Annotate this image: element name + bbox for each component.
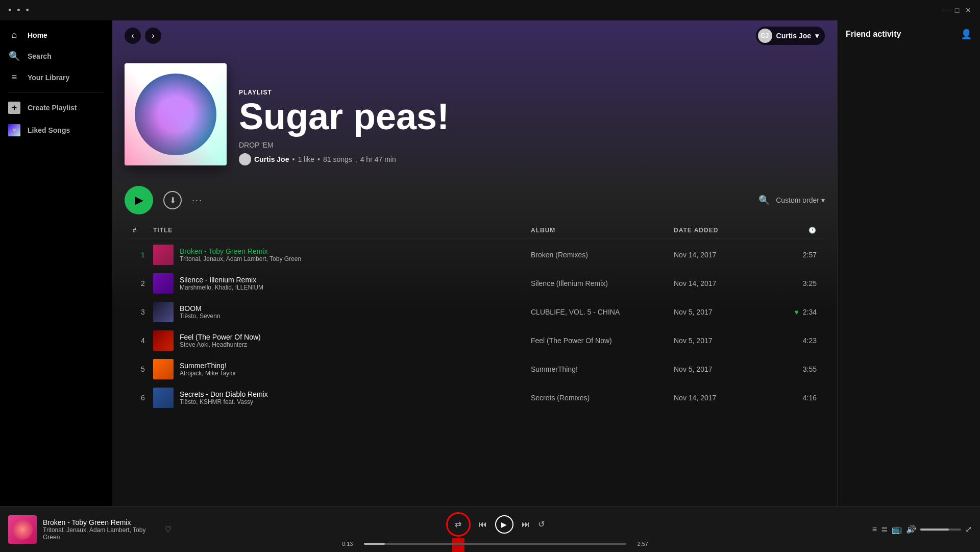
track-row[interactable]: 2 Silence - Illenium Remix Marshmello, K… — [125, 269, 825, 298]
playlist-meta: Curtis Joe • 1 like • 81 songs , 4 hr 47… — [239, 153, 825, 165]
owner-avatar — [239, 153, 251, 165]
track-row[interactable]: 3 BOOM Tiësto, Sevenn CLUBLIFE, VOL. 5 -… — [125, 298, 825, 326]
track-info: Silence - Illenium Remix Marshmello, Kha… — [153, 273, 531, 294]
track-artist: Marshmello, Khalid, ILLENIUM — [180, 284, 263, 291]
shuffle-highlighted: ⇄ — [446, 512, 471, 537]
liked-songs-icon: ♥ — [8, 124, 20, 136]
library-icon: ≡ — [8, 72, 20, 83]
sidebar-home-label: Home — [28, 31, 47, 39]
playlist-description: DROP 'EM — [239, 141, 825, 149]
track-name: Silence - Illenium Remix — [180, 276, 263, 284]
close-button[interactable]: ✕ — [965, 7, 972, 14]
repeat-button[interactable]: ↺ — [538, 519, 545, 529]
search-icon: 🔍 — [758, 195, 770, 205]
track-album: Secrets (Remixes) — [531, 394, 674, 402]
owner-name[interactable]: Curtis Joe — [254, 155, 289, 163]
track-date: Nov 5, 2017 — [674, 337, 776, 345]
top-bar: • • • — □ ✕ — [0, 0, 980, 20]
next-icon: ⏭ — [522, 520, 530, 529]
now-playing-thumbnail — [8, 515, 37, 544]
more-options-button[interactable]: ··· — [192, 195, 203, 206]
cover-art — [125, 63, 227, 165]
total-time: 2:57 — [630, 541, 648, 547]
sort-order-button[interactable]: Custom order ▾ — [776, 196, 825, 204]
sidebar-create-playlist[interactable]: + Create Playlist — [0, 97, 112, 119]
forward-button[interactable]: › — [145, 28, 161, 44]
meta-dot-3: , — [355, 155, 357, 163]
play-pause-icon: ▶ — [501, 520, 507, 529]
track-number: 4 — [133, 337, 153, 345]
play-button[interactable]: ▶ — [125, 186, 153, 214]
previous-button[interactable]: ⏮ — [479, 520, 487, 529]
maximize-button[interactable]: □ — [953, 7, 961, 14]
track-name: Broken - Toby Green Remix — [180, 247, 301, 255]
avatar: CJ — [758, 29, 772, 43]
track-row[interactable]: 4 Feel (The Power Of Now) Steve Aoki, He… — [125, 326, 825, 355]
playlist-header: PLAYLIST Sugar peas! DROP 'EM Curtis Joe… — [112, 51, 837, 178]
track-name: SummerThing! — [180, 362, 236, 370]
like-track-button[interactable]: ♡ — [164, 524, 172, 534]
track-duration: 2:57 — [776, 251, 817, 259]
user-name: Curtis Joe — [776, 32, 811, 40]
track-duration: ♥ 2:34 — [776, 308, 817, 316]
search-icon: 🔍 — [8, 51, 20, 62]
sidebar-liked-songs[interactable]: ♥ Liked Songs — [0, 119, 112, 141]
sort-chevron-icon: ▾ — [821, 196, 825, 204]
track-row[interactable]: 5 SummerThing! Afrojack, Mike Taylor Sum… — [125, 355, 825, 383]
nav-arrows: ‹ › — [125, 28, 161, 44]
now-playing-right: ≡ ≣ 📺 🔊 ⤢ — [819, 524, 972, 534]
track-date: Nov 5, 2017 — [674, 365, 776, 373]
track-album: Feel (The Power Of Now) — [531, 337, 674, 345]
next-button[interactable]: ⏭ — [522, 520, 530, 529]
window-controls: — □ ✕ — [942, 7, 972, 14]
user-menu-button[interactable]: CJ Curtis Joe ▾ — [756, 27, 825, 45]
now-playing-artist: Tritonal, Jenaux, Adam Lambert, Toby Gre… — [43, 526, 158, 541]
window-menu[interactable]: • • • — [8, 5, 31, 16]
track-date: Nov 5, 2017 — [674, 308, 776, 316]
track-album: CLUBLIFE, VOL. 5 - CHINA — [531, 308, 674, 316]
friend-activity-panel: Friend activity 👤 — [837, 20, 980, 506]
queue-button[interactable]: ≣ — [881, 524, 888, 534]
track-row[interactable]: 1 Broken - Toby Green Remix Tritonal, Je… — [125, 241, 825, 269]
chevron-down-icon: ▾ — [815, 32, 819, 40]
search-tracks-button[interactable]: 🔍 — [758, 195, 770, 206]
download-button[interactable]: ⬇ — [163, 191, 182, 209]
progress-bar-container: 0:13 2:57 — [342, 541, 648, 547]
header-title: TITLE — [153, 227, 531, 234]
track-date: Nov 14, 2017 — [674, 251, 776, 259]
track-thumbnail — [153, 245, 174, 265]
sidebar-item-library[interactable]: ≡ Your Library — [0, 67, 112, 88]
playlist-controls: ▶ ⬇ ··· 🔍 Custom order ▾ — [112, 178, 837, 223]
lyrics-button[interactable]: ≡ — [872, 525, 877, 534]
track-number: 2 — [133, 279, 153, 287]
previous-icon: ⏮ — [479, 520, 487, 529]
shuffle-area: ⇄ — [446, 512, 471, 537]
track-info: Broken - Toby Green Remix Tritonal, Jena… — [153, 245, 531, 265]
sidebar-item-search[interactable]: 🔍 Search — [0, 45, 112, 67]
back-button[interactable]: ‹ — [125, 28, 141, 44]
friend-icon: 👤 — [961, 29, 972, 40]
shuffle-button[interactable]: ⇄ — [455, 519, 461, 529]
create-playlist-label: Create Playlist — [28, 104, 77, 112]
repeat-icon: ↺ — [538, 520, 545, 529]
progress-track[interactable] — [364, 543, 626, 545]
track-date: Nov 14, 2017 — [674, 394, 776, 402]
now-playing-bar: Broken - Toby Green Remix Tritonal, Jena… — [0, 506, 980, 552]
track-thumbnail — [153, 388, 174, 408]
play-pause-button[interactable]: ▶ — [495, 515, 513, 534]
fullscreen-button[interactable]: ⤢ — [965, 524, 972, 534]
liked-songs-label: Liked Songs — [28, 126, 70, 134]
track-row[interactable]: 6 Secrets - Don Diablo Remix Tiësto, KSH… — [125, 383, 825, 412]
volume-bar[interactable] — [920, 529, 961, 531]
device-button[interactable]: 📺 — [892, 524, 902, 534]
home-icon: ⌂ — [8, 30, 20, 40]
minimize-button[interactable]: — — [942, 7, 949, 14]
track-name: BOOM — [180, 304, 220, 313]
volume-button[interactable]: 🔊 — [906, 524, 916, 534]
liked-indicator: ♥ — [794, 308, 798, 316]
main-layout: ⌂ Home 🔍 Search ≡ Your Library + Create … — [0, 20, 980, 506]
volume-icon: 🔊 — [906, 525, 916, 534]
track-name: Feel (The Power Of Now) — [180, 333, 261, 341]
sidebar-item-home[interactable]: ⌂ Home — [0, 25, 112, 45]
content-area: ‹ › CJ Curtis Joe ▾ PLAYLIST — [112, 20, 837, 506]
